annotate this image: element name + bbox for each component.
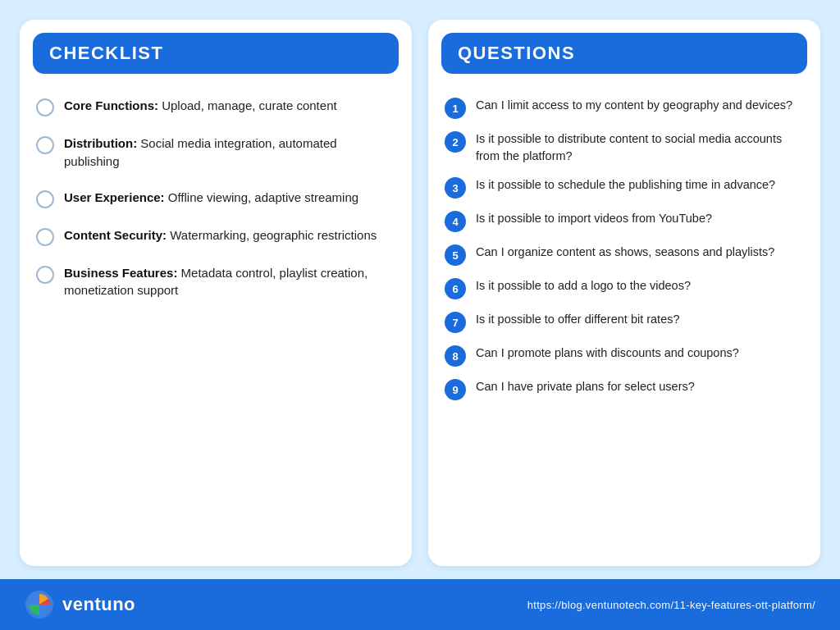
question-text: Can I have private plans for select user…	[476, 378, 695, 395]
question-number-badge: 3	[445, 177, 466, 199]
question-number-badge: 2	[445, 131, 466, 153]
checklist-body: Core Functions: Upload, manage, curate c…	[20, 74, 412, 566]
question-text: Is it possible to distribute content to …	[476, 130, 804, 165]
questions-title: QUESTIONS	[458, 43, 791, 64]
checklist-item-text: Content Security: Watermarking, geograph…	[64, 226, 377, 244]
question-item: 1Can I limit access to my content by geo…	[445, 97, 804, 119]
check-circle-icon	[36, 266, 54, 284]
question-item: 6Is it possible to add a logo to the vid…	[445, 277, 804, 299]
checklist-header: CHECKLIST	[33, 33, 399, 74]
checklist-item: Content Security: Watermarking, geograph…	[36, 226, 395, 246]
question-text: Is it possible to add a logo to the vide…	[476, 277, 691, 294]
questions-list: 1Can I limit access to my content by geo…	[445, 90, 804, 400]
check-circle-icon	[36, 98, 54, 116]
question-number-badge: 9	[445, 379, 466, 400]
question-text: Can I limit access to my content by geog…	[476, 97, 792, 114]
question-item: 8Can I promote plans with discounts and …	[445, 345, 804, 367]
question-number-badge: 7	[445, 312, 466, 333]
checklist-list: Core Functions: Upload, manage, curate c…	[36, 90, 395, 299]
checklist-card: CHECKLIST Core Functions: Upload, manage…	[20, 20, 412, 566]
checklist-title: CHECKLIST	[49, 43, 382, 64]
checklist-item: Core Functions: Upload, manage, curate c…	[36, 97, 395, 116]
questions-body: 1Can I limit access to my content by geo…	[428, 74, 820, 566]
main-content: CHECKLIST Core Functions: Upload, manage…	[0, 0, 840, 579]
question-number-badge: 6	[445, 278, 466, 299]
checklist-item-text: Business Features: Metadata control, pla…	[64, 264, 395, 300]
check-circle-icon	[36, 190, 54, 208]
question-text: Can I organize content as shows, seasons…	[476, 244, 774, 261]
question-item: 3Is it possible to schedule the publishi…	[445, 176, 804, 199]
question-text: Is it possible to schedule the publishin…	[476, 176, 775, 194]
question-item: 5Can I organize content as shows, season…	[445, 244, 804, 266]
footer-logo: ventuno	[25, 590, 135, 619]
check-circle-icon	[36, 228, 54, 246]
question-text: Can I promote plans with discounts and c…	[476, 345, 739, 362]
question-text: Is it possible to import videos from You…	[476, 210, 712, 227]
footer: ventuno https://blog.ventunotech.com/11-…	[0, 579, 840, 630]
questions-header: QUESTIONS	[441, 33, 807, 74]
question-item: 7Is it possible to offer different bit r…	[445, 311, 804, 333]
question-text: Is it possible to offer different bit ra…	[476, 311, 680, 328]
checklist-item: Distribution: Social media integration, …	[36, 135, 395, 171]
footer-url: https://blog.ventunotech.com/11-key-feat…	[527, 599, 815, 611]
checklist-item-text: Core Functions: Upload, manage, curate c…	[64, 97, 337, 115]
question-number-badge: 8	[445, 345, 466, 367]
question-number-badge: 1	[445, 98, 466, 119]
question-item: 4Is it possible to import videos from Yo…	[445, 210, 804, 232]
checklist-item: User Experience: Offline viewing, adapti…	[36, 189, 395, 208]
question-item: 9Can I have private plans for select use…	[445, 378, 804, 400]
questions-card: QUESTIONS 1Can I limit access to my cont…	[428, 20, 820, 566]
question-item: 2Is it possible to distribute content to…	[445, 130, 804, 165]
checklist-item: Business Features: Metadata control, pla…	[36, 264, 395, 300]
ventuno-logo-icon	[25, 590, 54, 619]
question-number-badge: 5	[445, 244, 466, 266]
question-number-badge: 4	[445, 211, 466, 232]
footer-logo-text: ventuno	[62, 594, 135, 615]
checklist-item-text: Distribution: Social media integration, …	[64, 135, 395, 171]
checklist-item-text: User Experience: Offline viewing, adapti…	[64, 189, 358, 207]
check-circle-icon	[36, 136, 54, 154]
